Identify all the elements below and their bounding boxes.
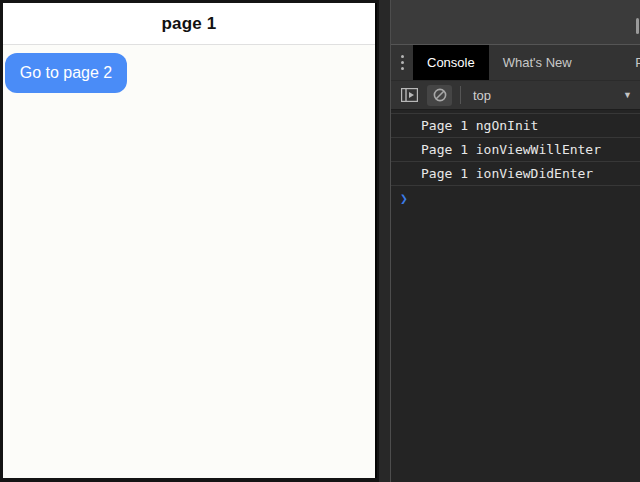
tab-console[interactable]: Console bbox=[413, 45, 489, 80]
console-input-row[interactable]: ❯ bbox=[391, 186, 640, 210]
devtools-top-strip bbox=[391, 0, 640, 45]
tab-whats-new-label: What's New bbox=[503, 55, 572, 70]
scrollbar-thumb[interactable] bbox=[636, 18, 639, 34]
app-preview-frame: page 1 Go to page 2 bbox=[0, 0, 390, 482]
kebab-menu-icon[interactable] bbox=[391, 45, 413, 80]
go-to-page-2-button[interactable]: Go to page 2 bbox=[5, 53, 127, 93]
devtools-tab-bar: Console What's New P bbox=[391, 45, 640, 80]
tab-whats-new[interactable]: What's New bbox=[489, 45, 586, 80]
frame-context-selector[interactable]: top bbox=[473, 88, 491, 103]
console-log-row[interactable]: Page 1 ionViewWillEnter bbox=[391, 138, 640, 162]
console-log-row[interactable]: Page 1 ionViewDidEnter bbox=[391, 162, 640, 186]
tab-partial-right-label: P bbox=[635, 55, 640, 70]
chevron-down-icon[interactable]: ▼ bbox=[623, 90, 632, 100]
go-to-page-2-button-label: Go to page 2 bbox=[20, 64, 113, 82]
toolbar-divider bbox=[460, 86, 461, 104]
console-toolbar: top ▼ bbox=[391, 80, 640, 110]
console-prompt-icon: ❯ bbox=[400, 191, 408, 206]
tab-partial-right[interactable]: P bbox=[635, 45, 640, 80]
screenshot-root: page 1 Go to page 2 Console What's New bbox=[0, 0, 640, 482]
app-header: page 1 bbox=[3, 3, 375, 45]
tab-console-label: Console bbox=[427, 55, 475, 70]
app-viewport: page 1 Go to page 2 bbox=[3, 3, 377, 478]
console-sidebar-toggle-icon[interactable] bbox=[399, 85, 419, 105]
window-divider bbox=[379, 0, 390, 482]
page-title: page 1 bbox=[161, 14, 216, 34]
devtools-panel: Console What's New P bbox=[390, 0, 640, 482]
console-log-row[interactable]: Page 1 ngOnInit bbox=[391, 113, 640, 138]
clear-console-icon[interactable] bbox=[427, 85, 452, 106]
console-messages-area: Page 1 ngOnInit Page 1 ionViewWillEnter … bbox=[391, 110, 640, 210]
